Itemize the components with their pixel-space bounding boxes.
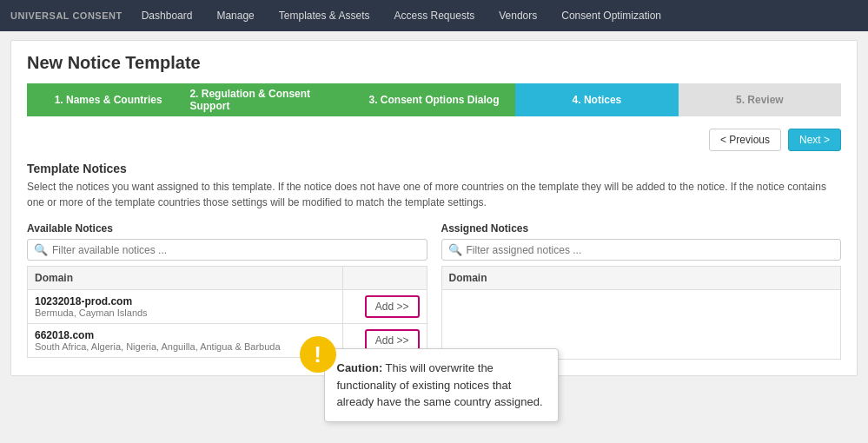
nav-item-dashboard[interactable]: Dashboard xyxy=(138,0,196,31)
main-content: New Notice Template 1. Names & Countries… xyxy=(10,40,858,376)
available-action-header xyxy=(342,267,427,290)
step-1[interactable]: 1. Names & Countries xyxy=(27,83,189,116)
section-title: Template Notices xyxy=(27,162,841,175)
page-title: New Notice Template xyxy=(27,53,841,73)
available-filter-input[interactable] xyxy=(52,244,421,256)
step-5[interactable]: 5. Review xyxy=(679,83,841,116)
step-bar: 1. Names & Countries 2. Regulation & Con… xyxy=(27,83,841,116)
panels: Available Notices 🔍 Domain 10232018-prod… xyxy=(27,222,841,360)
step-3[interactable]: 3. Consent Options Dialog xyxy=(353,83,515,116)
notice-2-cell: 662018.com South Africa, Algeria, Nigeri… xyxy=(28,324,343,358)
step-2[interactable]: 2. Regulation & Consent Support xyxy=(189,83,352,116)
nav-item-consent[interactable]: Consent Optimization xyxy=(558,0,665,31)
nav-item-manage[interactable]: Manage xyxy=(213,0,257,31)
notice-1-countries: Bermuda, Cayman Islands xyxy=(35,307,335,318)
step-4[interactable]: 4. Notices xyxy=(515,83,678,116)
caution-popup: Caution: This will overwrite the functio… xyxy=(324,348,559,422)
available-filter-wrap: 🔍 xyxy=(27,239,427,261)
top-nav: UNIVERSAL CONSENT Dashboard Manage Templ… xyxy=(0,0,868,31)
notice-1-add-cell: Add >> xyxy=(342,290,427,324)
caution-icon: ! xyxy=(300,336,336,373)
next-button[interactable]: Next > xyxy=(788,129,841,151)
assigned-domain-header: Domain xyxy=(441,267,841,290)
brand-label: UNIVERSAL CONSENT xyxy=(10,10,123,21)
available-notices-table: Domain 10232018-prod.com Bermuda, Cayman… xyxy=(27,266,427,358)
nav-item-vendors[interactable]: Vendors xyxy=(495,0,540,31)
nav-buttons: < Previous Next > xyxy=(27,129,841,151)
assigned-search-icon: 🔍 xyxy=(448,243,462,256)
assigned-notices-title: Assigned Notices xyxy=(441,222,842,235)
assigned-filter-wrap: 🔍 xyxy=(441,239,842,261)
assigned-panel: Assigned Notices 🔍 Domain xyxy=(441,222,842,360)
nav-item-access[interactable]: Access Requests xyxy=(391,0,479,31)
available-notices-title: Available Notices xyxy=(27,222,427,235)
caution-text: Caution: This will overwrite the functio… xyxy=(337,361,543,408)
available-domain-header: Domain xyxy=(28,267,343,290)
available-panel: Available Notices 🔍 Domain 10232018-prod… xyxy=(27,222,427,360)
table-row: 10232018-prod.com Bermuda, Cayman Island… xyxy=(28,290,427,324)
notice-2-domain: 662018.com xyxy=(35,329,335,341)
assigned-filter-input[interactable] xyxy=(467,244,835,256)
add-notice-1-button[interactable]: Add >> xyxy=(365,295,420,318)
nav-item-templates[interactable]: Templates & Assets xyxy=(275,0,374,31)
notice-1-domain: 10232018-prod.com xyxy=(35,295,335,307)
notice-2-countries: South Africa, Algeria, Nigeria, Anguilla… xyxy=(35,341,335,352)
previous-button[interactable]: < Previous xyxy=(709,129,781,151)
section-description: Select the notices you want assigned to … xyxy=(27,179,841,210)
assigned-notices-table: Domain xyxy=(441,266,842,360)
search-icon: 🔍 xyxy=(34,243,48,256)
notice-1-cell: 10232018-prod.com Bermuda, Cayman Island… xyxy=(28,290,343,324)
